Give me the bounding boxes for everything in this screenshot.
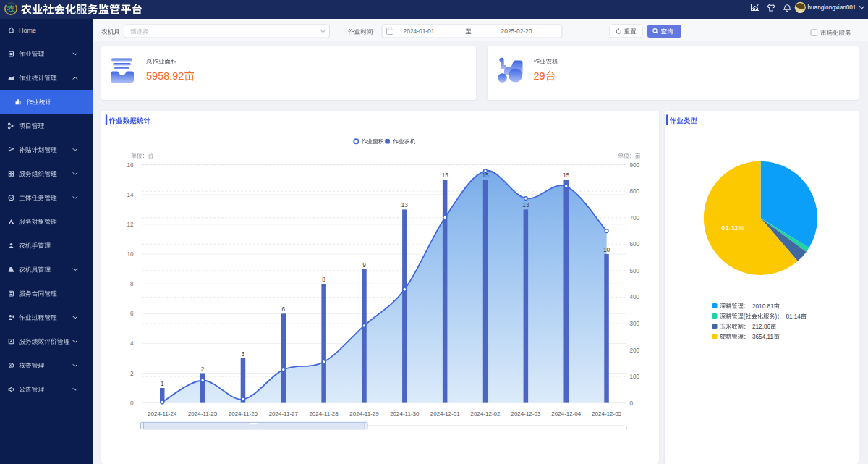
svg-text:10: 10 (603, 247, 610, 253)
svg-text:huanglongxian001: huanglongxian001 (808, 4, 856, 11)
svg-text:700: 700 (630, 215, 640, 222)
svg-text:81.14: 81.14 (786, 313, 801, 320)
svg-text:9: 9 (362, 262, 366, 269)
svg-text:2024-11-26: 2024-11-26 (229, 410, 258, 417)
svg-text:200: 200 (630, 347, 640, 354)
svg-text:100: 100 (630, 374, 640, 380)
svg-text:4: 4 (130, 340, 134, 347)
svg-text:8: 8 (322, 277, 326, 283)
svg-text:8: 8 (130, 281, 134, 287)
svg-text:2024-11-27: 2024-11-27 (269, 410, 299, 417)
svg-text:29: 29 (534, 70, 545, 82)
svg-text:2024-12-04: 2024-12-04 (551, 410, 581, 417)
svg-text:212.86: 212.86 (752, 324, 770, 330)
svg-text:3654.11: 3654.11 (752, 334, 773, 340)
svg-text:13: 13 (522, 202, 529, 208)
svg-text:2024-11-29: 2024-11-29 (349, 410, 379, 417)
svg-text:10: 10 (127, 251, 134, 258)
svg-text:61.32%: 61.32% (721, 224, 744, 232)
svg-text:2025-02-20: 2025-02-20 (501, 28, 532, 35)
svg-text:2024-01-01: 2024-01-01 (404, 28, 435, 35)
svg-text:0: 0 (130, 400, 134, 407)
svg-text:300: 300 (630, 321, 640, 327)
svg-text:Home: Home (19, 27, 36, 34)
svg-text:2024-11-24: 2024-11-24 (148, 410, 177, 417)
svg-text:12: 12 (127, 222, 134, 228)
svg-text:600: 600 (630, 241, 640, 248)
svg-text:1: 1 (161, 381, 164, 387)
svg-text:(: ( (744, 313, 746, 320)
svg-text:500: 500 (630, 268, 640, 274)
svg-text:16: 16 (127, 162, 134, 169)
svg-text:2024-11-28: 2024-11-28 (309, 410, 339, 417)
svg-text:2: 2 (130, 371, 134, 377)
svg-text:2: 2 (201, 366, 205, 373)
svg-text:13: 13 (401, 202, 409, 208)
svg-text:14: 14 (127, 192, 134, 198)
svg-text:800: 800 (630, 188, 640, 195)
svg-text:): ) (775, 313, 778, 320)
svg-text:900: 900 (630, 162, 640, 169)
svg-text:0: 0 (630, 400, 634, 407)
svg-text:15: 15 (442, 172, 449, 179)
svg-text:3: 3 (242, 351, 245, 358)
svg-text:6: 6 (130, 311, 134, 317)
svg-text:400: 400 (630, 294, 640, 300)
svg-text:6: 6 (282, 306, 286, 313)
svg-text:15: 15 (482, 172, 489, 179)
svg-text:2024-12-02: 2024-12-02 (471, 410, 501, 417)
svg-text:5958.92: 5958.92 (146, 70, 184, 82)
svg-text:2024-11-30: 2024-11-30 (390, 410, 420, 417)
svg-text:2024-12-03: 2024-12-03 (511, 410, 540, 417)
svg-text:2024-12-05: 2024-12-05 (592, 410, 621, 417)
svg-text:15: 15 (563, 172, 570, 179)
svg-text:2024-12-01: 2024-12-01 (430, 410, 460, 417)
svg-text:2010.81: 2010.81 (752, 303, 774, 310)
svg-text:2024-11-25: 2024-11-25 (188, 410, 218, 417)
